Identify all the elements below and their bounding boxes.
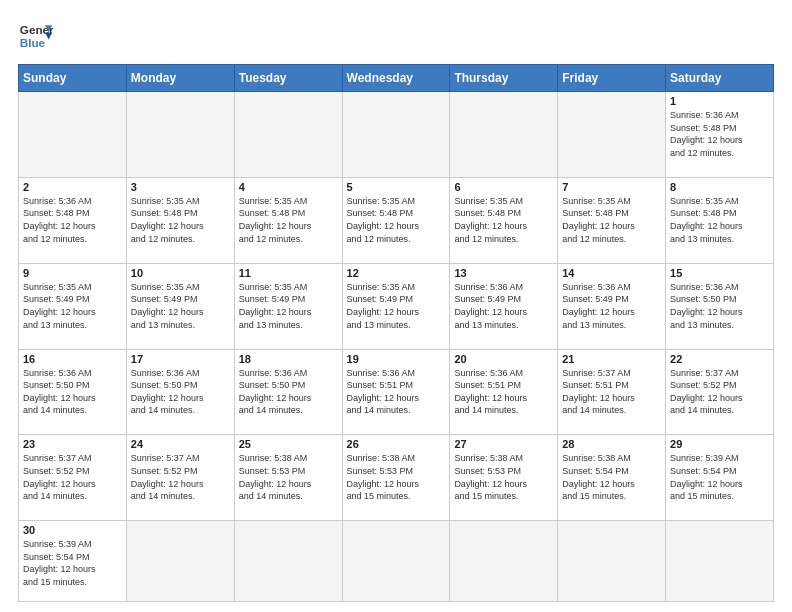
calendar-cell: 20Sunrise: 5:36 AM Sunset: 5:51 PM Dayli… xyxy=(450,349,558,435)
day-info: Sunrise: 5:35 AM Sunset: 5:48 PM Dayligh… xyxy=(347,195,446,245)
calendar-page: General Blue SundayMondayTuesdayWednesda… xyxy=(0,0,792,612)
calendar-cell xyxy=(450,521,558,602)
calendar-cell xyxy=(126,521,234,602)
calendar-cell: 22Sunrise: 5:37 AM Sunset: 5:52 PM Dayli… xyxy=(666,349,774,435)
day-header-wednesday: Wednesday xyxy=(342,65,450,92)
day-info: Sunrise: 5:38 AM Sunset: 5:53 PM Dayligh… xyxy=(454,452,553,502)
day-info: Sunrise: 5:37 AM Sunset: 5:52 PM Dayligh… xyxy=(131,452,230,502)
calendar-cell: 25Sunrise: 5:38 AM Sunset: 5:53 PM Dayli… xyxy=(234,435,342,521)
calendar-cell xyxy=(19,92,127,178)
day-info: Sunrise: 5:38 AM Sunset: 5:54 PM Dayligh… xyxy=(562,452,661,502)
day-number: 5 xyxy=(347,181,446,193)
day-number: 27 xyxy=(454,438,553,450)
calendar-cell: 26Sunrise: 5:38 AM Sunset: 5:53 PM Dayli… xyxy=(342,435,450,521)
day-info: Sunrise: 5:35 AM Sunset: 5:48 PM Dayligh… xyxy=(562,195,661,245)
calendar-cell: 1Sunrise: 5:36 AM Sunset: 5:48 PM Daylig… xyxy=(666,92,774,178)
calendar-table: SundayMondayTuesdayWednesdayThursdayFrid… xyxy=(18,64,774,602)
day-info: Sunrise: 5:35 AM Sunset: 5:49 PM Dayligh… xyxy=(239,281,338,331)
day-number: 14 xyxy=(562,267,661,279)
day-number: 13 xyxy=(454,267,553,279)
day-info: Sunrise: 5:36 AM Sunset: 5:50 PM Dayligh… xyxy=(131,367,230,417)
day-header-saturday: Saturday xyxy=(666,65,774,92)
calendar-week-5: 30Sunrise: 5:39 AM Sunset: 5:54 PM Dayli… xyxy=(19,521,774,602)
calendar-cell: 28Sunrise: 5:38 AM Sunset: 5:54 PM Dayli… xyxy=(558,435,666,521)
day-info: Sunrise: 5:39 AM Sunset: 5:54 PM Dayligh… xyxy=(23,538,122,588)
calendar-cell: 10Sunrise: 5:35 AM Sunset: 5:49 PM Dayli… xyxy=(126,263,234,349)
day-number: 8 xyxy=(670,181,769,193)
calendar-cell: 21Sunrise: 5:37 AM Sunset: 5:51 PM Dayli… xyxy=(558,349,666,435)
day-info: Sunrise: 5:36 AM Sunset: 5:50 PM Dayligh… xyxy=(23,367,122,417)
calendar-cell: 19Sunrise: 5:36 AM Sunset: 5:51 PM Dayli… xyxy=(342,349,450,435)
calendar-cell: 4Sunrise: 5:35 AM Sunset: 5:48 PM Daylig… xyxy=(234,177,342,263)
day-number: 2 xyxy=(23,181,122,193)
day-number: 21 xyxy=(562,353,661,365)
day-number: 19 xyxy=(347,353,446,365)
day-header-tuesday: Tuesday xyxy=(234,65,342,92)
day-info: Sunrise: 5:35 AM Sunset: 5:49 PM Dayligh… xyxy=(23,281,122,331)
day-header-sunday: Sunday xyxy=(19,65,127,92)
calendar-cell xyxy=(234,521,342,602)
calendar-cell: 27Sunrise: 5:38 AM Sunset: 5:53 PM Dayli… xyxy=(450,435,558,521)
calendar-cell: 12Sunrise: 5:35 AM Sunset: 5:49 PM Dayli… xyxy=(342,263,450,349)
calendar-cell xyxy=(126,92,234,178)
day-number: 10 xyxy=(131,267,230,279)
day-number: 23 xyxy=(23,438,122,450)
day-number: 16 xyxy=(23,353,122,365)
calendar-cell: 18Sunrise: 5:36 AM Sunset: 5:50 PM Dayli… xyxy=(234,349,342,435)
svg-text:Blue: Blue xyxy=(20,36,46,49)
calendar-cell xyxy=(558,521,666,602)
calendar-cell: 16Sunrise: 5:36 AM Sunset: 5:50 PM Dayli… xyxy=(19,349,127,435)
day-number: 11 xyxy=(239,267,338,279)
calendar-cell: 8Sunrise: 5:35 AM Sunset: 5:48 PM Daylig… xyxy=(666,177,774,263)
day-number: 6 xyxy=(454,181,553,193)
calendar-week-1: 2Sunrise: 5:36 AM Sunset: 5:48 PM Daylig… xyxy=(19,177,774,263)
day-info: Sunrise: 5:39 AM Sunset: 5:54 PM Dayligh… xyxy=(670,452,769,502)
header: General Blue xyxy=(18,18,774,54)
calendar-cell: 14Sunrise: 5:36 AM Sunset: 5:49 PM Dayli… xyxy=(558,263,666,349)
day-info: Sunrise: 5:36 AM Sunset: 5:49 PM Dayligh… xyxy=(454,281,553,331)
day-number: 24 xyxy=(131,438,230,450)
calendar-cell: 13Sunrise: 5:36 AM Sunset: 5:49 PM Dayli… xyxy=(450,263,558,349)
day-info: Sunrise: 5:36 AM Sunset: 5:51 PM Dayligh… xyxy=(454,367,553,417)
day-info: Sunrise: 5:35 AM Sunset: 5:48 PM Dayligh… xyxy=(670,195,769,245)
day-number: 25 xyxy=(239,438,338,450)
day-number: 3 xyxy=(131,181,230,193)
calendar-cell: 24Sunrise: 5:37 AM Sunset: 5:52 PM Dayli… xyxy=(126,435,234,521)
calendar-cell: 6Sunrise: 5:35 AM Sunset: 5:48 PM Daylig… xyxy=(450,177,558,263)
day-number: 7 xyxy=(562,181,661,193)
day-number: 29 xyxy=(670,438,769,450)
calendar-cell: 3Sunrise: 5:35 AM Sunset: 5:48 PM Daylig… xyxy=(126,177,234,263)
day-number: 17 xyxy=(131,353,230,365)
day-info: Sunrise: 5:35 AM Sunset: 5:48 PM Dayligh… xyxy=(131,195,230,245)
day-number: 26 xyxy=(347,438,446,450)
day-info: Sunrise: 5:38 AM Sunset: 5:53 PM Dayligh… xyxy=(239,452,338,502)
day-info: Sunrise: 5:36 AM Sunset: 5:50 PM Dayligh… xyxy=(670,281,769,331)
day-info: Sunrise: 5:35 AM Sunset: 5:49 PM Dayligh… xyxy=(347,281,446,331)
calendar-week-3: 16Sunrise: 5:36 AM Sunset: 5:50 PM Dayli… xyxy=(19,349,774,435)
calendar-cell: 17Sunrise: 5:36 AM Sunset: 5:50 PM Dayli… xyxy=(126,349,234,435)
calendar-cell: 2Sunrise: 5:36 AM Sunset: 5:48 PM Daylig… xyxy=(19,177,127,263)
day-info: Sunrise: 5:35 AM Sunset: 5:49 PM Dayligh… xyxy=(131,281,230,331)
calendar-cell xyxy=(342,521,450,602)
day-number: 30 xyxy=(23,524,122,536)
calendar-cell: 5Sunrise: 5:35 AM Sunset: 5:48 PM Daylig… xyxy=(342,177,450,263)
day-number: 22 xyxy=(670,353,769,365)
calendar-cell: 23Sunrise: 5:37 AM Sunset: 5:52 PM Dayli… xyxy=(19,435,127,521)
calendar-cell xyxy=(666,521,774,602)
day-number: 28 xyxy=(562,438,661,450)
day-info: Sunrise: 5:38 AM Sunset: 5:53 PM Dayligh… xyxy=(347,452,446,502)
day-info: Sunrise: 5:37 AM Sunset: 5:51 PM Dayligh… xyxy=(562,367,661,417)
day-info: Sunrise: 5:37 AM Sunset: 5:52 PM Dayligh… xyxy=(670,367,769,417)
day-number: 1 xyxy=(670,95,769,107)
day-number: 12 xyxy=(347,267,446,279)
day-number: 20 xyxy=(454,353,553,365)
calendar-cell xyxy=(234,92,342,178)
calendar-cell: 30Sunrise: 5:39 AM Sunset: 5:54 PM Dayli… xyxy=(19,521,127,602)
logo: General Blue xyxy=(18,18,54,54)
calendar-cell: 15Sunrise: 5:36 AM Sunset: 5:50 PM Dayli… xyxy=(666,263,774,349)
calendar-week-4: 23Sunrise: 5:37 AM Sunset: 5:52 PM Dayli… xyxy=(19,435,774,521)
day-number: 4 xyxy=(239,181,338,193)
calendar-cell: 9Sunrise: 5:35 AM Sunset: 5:49 PM Daylig… xyxy=(19,263,127,349)
calendar-week-0: 1Sunrise: 5:36 AM Sunset: 5:48 PM Daylig… xyxy=(19,92,774,178)
day-info: Sunrise: 5:36 AM Sunset: 5:48 PM Dayligh… xyxy=(23,195,122,245)
